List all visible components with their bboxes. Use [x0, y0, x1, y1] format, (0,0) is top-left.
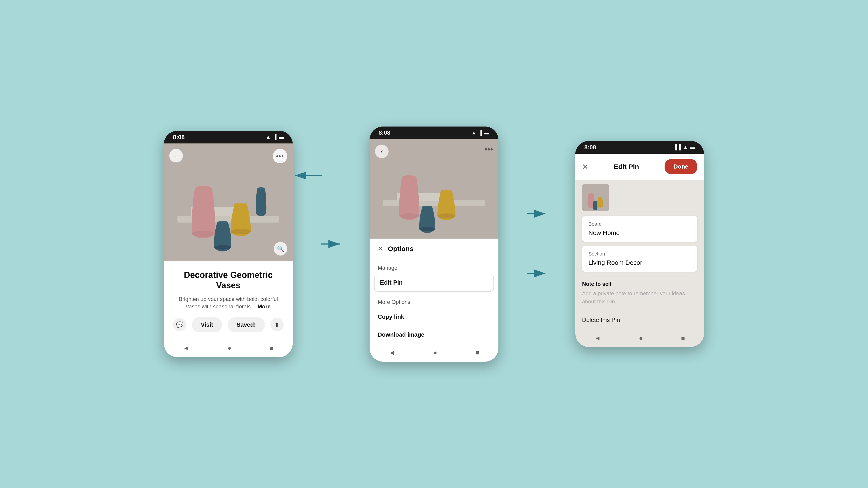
back-nav-icon[interactable]: ◄: [183, 345, 189, 352]
main-scene: 8:08 ▲ ▐ ▬: [0, 0, 868, 488]
svg-point-6: [230, 229, 251, 234]
arrow-board: [526, 207, 548, 221]
home-nav-icon[interactable]: ●: [228, 345, 231, 352]
phone1-status-bar: 8:08 ▲ ▐ ▬: [164, 131, 293, 143]
battery-icon-3: ▬: [690, 144, 695, 150]
arrow-section: [526, 267, 548, 281]
svg-point-22: [419, 227, 435, 231]
battery-icon-2: ▬: [485, 130, 489, 136]
phone2-back-nav[interactable]: ◄: [389, 349, 395, 356]
phone1-status-icons: ▲ ▐ ▬: [266, 134, 284, 140]
wifi-icon-3: ▲: [683, 144, 688, 150]
phone2-status-icons: ▲ ▐ ▬: [471, 130, 489, 136]
options-header: ✕ Options: [370, 238, 498, 259]
phone3-status-icons: ▐▐ ▲ ▬: [674, 144, 695, 150]
phone3-nav-bar: ◄ ● ■: [575, 329, 704, 347]
svg-point-20: [437, 214, 456, 219]
share-button[interactable]: ⬆: [270, 318, 284, 331]
phone3-back-nav[interactable]: ◄: [594, 335, 601, 342]
thumbnail-svg: [582, 184, 609, 211]
options-panel: ✕ Options Manage Edit Pin More Options C…: [370, 238, 498, 344]
pin-title: Decorative Geometric Vases: [173, 270, 284, 291]
phone1-time: 8:08: [173, 134, 185, 141]
note-section: Note to self Add a private note to remem…: [575, 275, 704, 311]
signal-icon-2: ▐: [478, 130, 482, 136]
edit-pin-title: Edit Pin: [614, 163, 639, 170]
svg-point-18: [399, 213, 419, 219]
phone2-home-nav[interactable]: ●: [433, 349, 437, 356]
more-link[interactable]: More: [257, 303, 270, 310]
annotation-arrow-1: [293, 169, 324, 182]
phone2-more-icon[interactable]: •••: [485, 144, 493, 154]
phone2-pin-image: ‹ •••: [370, 139, 498, 238]
download-image-item[interactable]: Download image: [370, 326, 498, 344]
recent-nav-icon[interactable]: ■: [270, 345, 274, 352]
phone1-nav-bar: ◄ ● ■: [164, 339, 293, 357]
signal-icon: ▐: [273, 134, 276, 140]
lens-button[interactable]: 🔍: [274, 242, 287, 256]
wifi-icon-2: ▲: [471, 130, 476, 136]
copy-link-item[interactable]: Copy link: [370, 308, 498, 326]
done-button[interactable]: Done: [664, 159, 698, 174]
phone3-recent-nav[interactable]: ■: [681, 335, 685, 342]
pin-actions: 💬 Visit Saved! ⬆: [173, 317, 284, 332]
phone3-time: 8:08: [584, 144, 596, 151]
forward-arrow-svg-1: [320, 237, 342, 251]
phone2-nav-bar: ◄ ● ■: [370, 344, 498, 362]
phone2-pin-svg: [370, 139, 498, 238]
edit-pin-close-icon[interactable]: ✕: [582, 162, 588, 171]
annotation-arrow-svg: [293, 169, 324, 182]
edit-pin-content: ✕ Edit Pin Done: [575, 154, 704, 329]
phone2-time: 8:08: [379, 129, 391, 136]
arrow-section-svg: [526, 267, 548, 280]
board-field-label: Board: [588, 221, 691, 227]
more-options-button[interactable]: •••: [273, 149, 287, 163]
phone3-home-nav[interactable]: ●: [639, 335, 643, 342]
phone2-recent-nav[interactable]: ■: [475, 349, 479, 356]
edit-pin-item[interactable]: Edit Pin: [374, 274, 494, 292]
phone3-status-bar: 8:08 ▐▐ ▲ ▬: [575, 141, 704, 154]
pin-image-area: ‹ ••• 🔍: [164, 143, 293, 261]
edit-pin-label: Edit Pin: [380, 279, 403, 286]
phone2: 8:08 ▲ ▐ ▬: [370, 127, 498, 362]
note-label: Note to self: [582, 281, 698, 287]
phone2-back-button[interactable]: ‹: [375, 144, 389, 158]
section-field-value: Living Room Decor: [588, 259, 691, 266]
pin-image-svg: [164, 143, 293, 261]
phone3-wrapper: 8:08 ▐▐ ▲ ▬ ✕ Edit Pin Done: [575, 141, 704, 347]
delete-pin-button[interactable]: Delete this Pin: [575, 311, 704, 329]
phone2-wrapper: 8:08 ▲ ▐ ▬: [370, 127, 498, 362]
phone1: 8:08 ▲ ▐ ▬: [164, 131, 293, 357]
more-options-label: More Options: [370, 293, 498, 308]
comment-button[interactable]: 💬: [173, 318, 186, 331]
phone1-wrapper: 8:08 ▲ ▐ ▬: [164, 131, 293, 357]
visit-button[interactable]: Visit: [192, 317, 222, 332]
battery-icon: ▬: [279, 134, 284, 140]
wifi-icon: ▲: [266, 134, 271, 140]
back-button[interactable]: ‹: [169, 149, 183, 162]
options-title: Options: [388, 245, 413, 253]
edit-pin-header: ✕ Edit Pin Done: [575, 154, 704, 180]
phone3: 8:08 ▐▐ ▲ ▬ ✕ Edit Pin Done: [575, 141, 704, 347]
options-close-icon[interactable]: ✕: [378, 245, 383, 253]
svg-point-8: [214, 245, 231, 250]
arrow-board-svg: [526, 207, 548, 221]
pin-description: Brighten up your space with bold, colorf…: [173, 295, 284, 311]
pin-thumbnail: [582, 184, 609, 211]
note-placeholder: Add a private note to remember your idea…: [582, 289, 698, 306]
saved-button[interactable]: Saved!: [228, 317, 265, 332]
section-field-label: Section: [588, 251, 691, 257]
svg-point-4: [192, 231, 215, 237]
signal-icon-3: ▐▐: [674, 144, 681, 150]
arrow-1-to-2: [320, 237, 342, 251]
manage-label: Manage: [370, 259, 498, 274]
board-field-value: New Home: [588, 229, 691, 236]
double-arrow-container: [526, 176, 548, 312]
section-field-group[interactable]: Section Living Room Decor: [582, 246, 698, 272]
board-field-group[interactable]: Board New Home: [582, 216, 698, 242]
pin-info: Decorative Geometric Vases Brighten up y…: [164, 261, 293, 339]
phone2-status-bar: 8:08 ▲ ▐ ▬: [370, 127, 498, 139]
